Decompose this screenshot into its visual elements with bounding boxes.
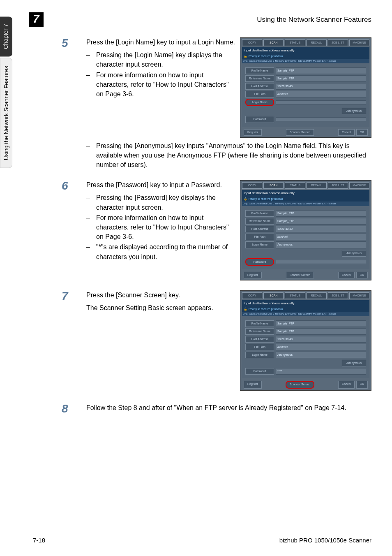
bullet-dash: – bbox=[86, 193, 92, 212]
step-number: 6 bbox=[62, 180, 78, 280]
ss-stat: Memory 100.000% bbox=[275, 312, 295, 316]
ss-profile-btn[interactable]: Profile Name bbox=[245, 320, 274, 327]
ss-host-btn[interactable]: Host Address bbox=[245, 83, 274, 90]
ss-register-btn[interactable]: Register bbox=[244, 272, 262, 278]
ss-tab: RECALL bbox=[307, 292, 327, 299]
ss-stat: Memory 100.000% bbox=[275, 202, 295, 206]
side-tabs: Chapter 7 Using the Network Scanner Feat… bbox=[0, 16, 12, 168]
ss-status-text: Ready to receive print data bbox=[249, 307, 283, 311]
ss-tab: SCAN bbox=[263, 39, 284, 46]
step-intro: Press the [Password] key to input a Pass… bbox=[86, 180, 235, 190]
ss-password-val: **** bbox=[276, 368, 366, 375]
feature-tab: Using the Network Scanner Features bbox=[0, 58, 12, 168]
device-screenshot-password: COPY SCAN STATUS RECALL JOB LIST MACHINE… bbox=[240, 180, 371, 280]
ss-password-btn[interactable]: Password bbox=[245, 258, 274, 266]
ss-filepath-btn[interactable]: File Path bbox=[245, 234, 274, 240]
bullet-dash: – bbox=[86, 242, 92, 261]
ss-ok-btn[interactable]: OK bbox=[356, 381, 368, 388]
ss-title: Input destination address manually bbox=[242, 300, 369, 307]
page-footer: 7-18 bizhub PRO 1050/1050e Scanner bbox=[33, 534, 371, 544]
ss-tab: RECALL bbox=[307, 182, 327, 189]
ss-anonymous-btn[interactable]: Anonymous bbox=[342, 250, 366, 257]
ss-filepath-btn[interactable]: File Path bbox=[245, 344, 274, 350]
ss-login-val: Anonymous bbox=[276, 241, 366, 248]
ss-tab: RECALL bbox=[307, 39, 327, 46]
ss-ok-btn[interactable]: OK bbox=[356, 272, 368, 278]
ss-stat: Modem Err. bbox=[313, 202, 326, 206]
ss-register-btn[interactable]: Register bbox=[244, 129, 262, 136]
ss-tab: MACHINE bbox=[349, 292, 369, 299]
ss-cancel-btn[interactable]: Cancel bbox=[338, 129, 355, 136]
ss-login-btn[interactable]: Login Name bbox=[245, 352, 274, 358]
ss-tab: JOB LIST bbox=[328, 39, 348, 46]
ss-password-val bbox=[276, 260, 366, 264]
ss-cancel-btn[interactable]: Cancel bbox=[338, 381, 355, 388]
ss-host-btn[interactable]: Host Address bbox=[245, 336, 274, 343]
ss-anonymous-btn[interactable]: Anonymous bbox=[342, 108, 366, 114]
bullet-text: Pressing the [Password] key displays the… bbox=[96, 193, 235, 212]
ss-stat: Rotation bbox=[327, 202, 336, 206]
bullet-text: For more information on how to input cha… bbox=[96, 70, 235, 99]
ss-profile-btn[interactable]: Profile Name bbox=[245, 210, 274, 217]
ss-host-btn[interactable]: Host Address bbox=[245, 226, 274, 232]
device-screenshot-login: COPY SCAN STATUS RECALL JOB LIST MACHINE… bbox=[240, 37, 371, 138]
ss-password-val bbox=[276, 117, 366, 121]
ss-tab: STATUS bbox=[285, 39, 305, 46]
ss-host-val: 10.20.30.40 bbox=[276, 226, 366, 232]
ss-tab: COPY bbox=[242, 292, 262, 299]
lock-icon: 🔒 bbox=[244, 197, 247, 201]
ss-tab: JOB LIST bbox=[328, 292, 348, 299]
ss-filepath-val: /abc/def bbox=[276, 344, 366, 350]
ss-status-text: Ready to receive print data bbox=[249, 54, 283, 58]
ss-ok-btn[interactable]: OK bbox=[356, 129, 368, 136]
ss-host-val: 10.20.30.40 bbox=[276, 336, 366, 343]
ss-scanner-screen-btn[interactable]: Scanner Screen bbox=[286, 129, 314, 136]
ss-tab: STATUS bbox=[285, 292, 305, 299]
step-number: 5 bbox=[62, 37, 78, 170]
ss-login-btn[interactable]: Login Name bbox=[245, 241, 274, 248]
ss-cancel-btn[interactable]: Cancel bbox=[338, 272, 355, 278]
product-name: bizhub PRO 1050/1050e Scanner bbox=[279, 537, 371, 544]
ss-stat: Reserve Job 0 bbox=[258, 202, 274, 206]
ss-tab: STATUS bbox=[285, 182, 305, 189]
lock-icon: 🔒 bbox=[244, 54, 247, 58]
ss-reference-val: Sample_FTP bbox=[276, 328, 366, 335]
page-number: 7-18 bbox=[33, 537, 45, 544]
ss-status-text: Ready to receive print data bbox=[249, 197, 283, 201]
ss-password-btn[interactable]: Password bbox=[245, 116, 274, 123]
ss-scanner-screen-btn[interactable]: Scanner Screen bbox=[286, 381, 314, 388]
ss-filepath-btn[interactable]: File Path bbox=[245, 91, 274, 97]
ss-reference-btn[interactable]: Reference Name bbox=[245, 75, 274, 82]
ss-anonymous-btn[interactable]: Anonymous bbox=[342, 360, 366, 366]
ss-profile-val: Sample_FTP bbox=[276, 67, 366, 74]
step-intro: Press the [Scanner Screen] key. bbox=[86, 290, 235, 300]
ss-login-btn[interactable]: Login Name bbox=[245, 99, 274, 106]
ss-scanner-screen-btn[interactable]: Scanner Screen bbox=[286, 272, 314, 278]
device-screenshot-scanner-screen: COPY SCAN STATUS RECALL JOB LIST MACHINE… bbox=[240, 290, 371, 391]
step-number: 8 bbox=[62, 403, 78, 415]
bullet-text: "*"s are displayed according to the numb… bbox=[96, 242, 235, 261]
ss-filepath-val: /abc/def bbox=[276, 91, 366, 97]
ss-stat: Reserve Job 0 bbox=[258, 312, 274, 316]
step-intro: Follow the Step 8 and after of "When an … bbox=[86, 403, 371, 412]
ss-title: Input destination address manually bbox=[242, 190, 369, 197]
ss-tab: SCAN bbox=[263, 182, 284, 189]
ss-password-btn[interactable]: Password bbox=[245, 368, 274, 375]
chapter-tab: Chapter 7 bbox=[0, 16, 12, 56]
bullet-dash: – bbox=[86, 141, 92, 170]
ss-stat: HDD 99.998% bbox=[297, 202, 312, 206]
ss-reference-btn[interactable]: Reference Name bbox=[245, 328, 274, 335]
ss-tab: COPY bbox=[242, 39, 262, 46]
ss-profile-val: Sample_FTP bbox=[276, 320, 366, 327]
ss-tab: JOB LIST bbox=[328, 182, 348, 189]
ss-stat: Memory 100.000% bbox=[275, 59, 295, 63]
lock-icon: 🔒 bbox=[244, 307, 247, 311]
ss-register-btn[interactable]: Register bbox=[244, 381, 262, 388]
bullet-dash: – bbox=[86, 213, 92, 242]
ss-stat: Rotation bbox=[327, 59, 336, 63]
bullet-dash: – bbox=[86, 70, 92, 99]
ss-tab: SCAN bbox=[263, 292, 284, 299]
ss-profile-btn[interactable]: Profile Name bbox=[245, 67, 274, 74]
ss-reference-btn[interactable]: Reference Name bbox=[245, 218, 274, 225]
step-8: 8 Follow the Step 8 and after of "When a… bbox=[62, 403, 371, 415]
